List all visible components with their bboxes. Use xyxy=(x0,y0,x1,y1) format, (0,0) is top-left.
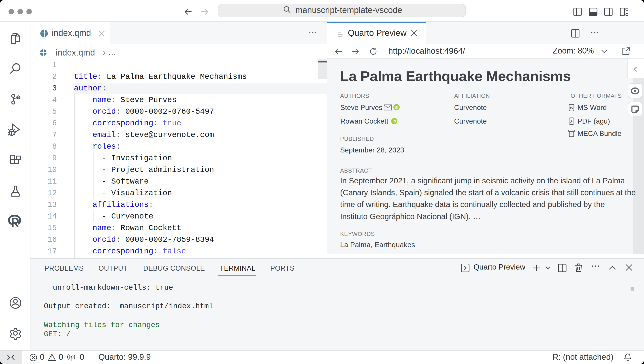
svg-text:W: W xyxy=(570,106,573,110)
svg-text:iD: iD xyxy=(395,105,398,109)
svg-text:iD: iD xyxy=(393,120,396,123)
